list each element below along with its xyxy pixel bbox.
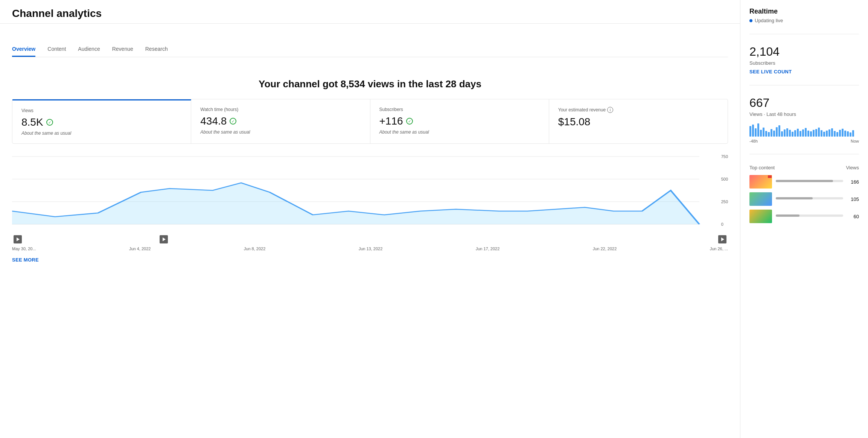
chart-svg — [12, 153, 728, 228]
chart-container: 750 500 250 0 — [12, 153, 728, 229]
page-wrapper: Channel analytics ADVANCED MODE May 30 –… — [0, 0, 868, 438]
chart-dates: May 30, 20... Jun 4, 2022 Jun 8, 2022 Ju… — [12, 246, 728, 251]
views-label: Views — [21, 108, 182, 113]
content-bar-wrapper-1 — [776, 180, 843, 184]
hero-section: Your channel got 8,534 views in the last… — [12, 66, 728, 99]
chart-date-5: Jun 17, 2022 — [476, 246, 500, 251]
watch-time-value: 434.8 ✓ — [200, 115, 361, 127]
content-thumbnail-1 — [749, 175, 772, 189]
content-views-2: 105 — [847, 196, 859, 202]
content-item-2[interactable]: 105 — [749, 192, 859, 206]
mini-bar — [773, 131, 775, 137]
y-label-250: 250 — [721, 199, 728, 204]
tab-audience[interactable]: Audience — [78, 41, 100, 57]
mini-bar — [789, 130, 791, 137]
content-views-1: 166 — [847, 179, 859, 185]
video-marker-1[interactable] — [14, 235, 22, 243]
mini-bar-chart — [749, 122, 859, 137]
mini-bar — [778, 125, 780, 137]
mini-bar — [781, 131, 783, 137]
mini-bar — [786, 128, 788, 137]
page-title: Channel analytics — [12, 8, 102, 20]
page-header: Channel analytics ADVANCED MODE — [0, 0, 868, 24]
video-marker-3[interactable] — [718, 235, 726, 243]
views-check-icon: ✓ — [46, 119, 53, 126]
chart-date-2: Jun 4, 2022 — [129, 246, 151, 251]
tab-revenue[interactable]: Revenue — [112, 41, 133, 57]
sidebar-views-count: 667 — [749, 96, 859, 110]
mini-bar — [847, 131, 849, 137]
metric-card-watch-time[interactable]: Watch time (hours) 434.8 ✓ About the sam… — [191, 99, 370, 143]
subscribers-section: 2,104 Subscribers SEE LIVE COUNT — [749, 45, 859, 85]
date-selector-row: May 30 – Jun 26, 2022 Last 28 days — [0, 24, 868, 41]
y-label-500: 500 — [721, 177, 728, 181]
content-bar-wrapper-3 — [776, 214, 843, 218]
mini-bar — [834, 131, 836, 137]
mini-bar — [797, 129, 799, 137]
content-item-3[interactable]: 60 — [749, 210, 859, 223]
mini-bar — [776, 127, 778, 137]
tab-overview[interactable]: Overview — [12, 41, 35, 57]
content-bar-fill-2 — [776, 197, 813, 199]
mini-chart-label-right: Now — [851, 139, 859, 143]
realtime-section: Realtime Updating live — [749, 8, 859, 34]
mini-bar — [821, 130, 822, 137]
mini-bar — [784, 129, 786, 137]
tab-content[interactable]: Content — [47, 41, 66, 57]
hero-text: Your channel got 8,534 views in the last… — [12, 78, 728, 90]
chart-date-6: Jun 22, 2022 — [593, 246, 617, 251]
y-axis-labels: 750 500 250 0 — [721, 153, 728, 228]
revenue-label: Your estimated revenue i — [558, 107, 719, 113]
mini-bar — [749, 126, 751, 137]
mini-bar — [844, 131, 846, 137]
video-marker-2[interactable] — [160, 235, 168, 243]
mini-bar — [768, 132, 770, 137]
mini-bar — [771, 129, 772, 137]
live-dot-icon — [749, 19, 752, 22]
mini-bar — [831, 128, 833, 137]
subscribers-value: +116 ✓ — [379, 115, 540, 127]
mini-bar — [842, 129, 844, 137]
top-content-label: Top content — [749, 165, 775, 170]
live-indicator: Updating live — [749, 18, 859, 23]
mini-bar — [810, 131, 812, 137]
views-note: About the same as usual — [21, 131, 182, 136]
realtime-title: Realtime — [749, 8, 859, 15]
content-bar-1 — [776, 180, 843, 182]
top-content-header: Top content Views — [749, 165, 859, 170]
see-more-link[interactable]: SEE MORE — [12, 257, 728, 263]
chart-date-4: Jun 13, 2022 — [359, 246, 383, 251]
sidebar-views-label: Views · Last 48 hours — [749, 111, 859, 117]
mini-bar — [755, 128, 757, 137]
revenue-value: $15.08 — [558, 116, 719, 128]
metric-card-subscribers[interactable]: Subscribers +116 ✓ About the same as usu… — [370, 99, 549, 143]
mini-bar — [799, 131, 801, 137]
tab-research[interactable]: Research — [145, 41, 168, 57]
views-section: 667 Views · Last 48 hours — [749, 96, 859, 154]
mini-bar — [765, 131, 767, 137]
subscribers-note: About the same as usual — [379, 129, 540, 135]
mini-bar — [752, 125, 754, 137]
watch-time-label: Watch time (hours) — [200, 107, 361, 112]
mini-bar — [828, 129, 830, 137]
y-label-750: 750 — [721, 154, 728, 159]
metric-cards: Views 8.5K ✓ About the same as usual Wat… — [12, 99, 728, 144]
content-bar-3 — [776, 214, 843, 217]
mini-bar — [760, 130, 762, 137]
see-live-count-link[interactable]: SEE LIVE COUNT — [749, 69, 859, 75]
mini-bar — [802, 129, 804, 137]
metric-card-views[interactable]: Views 8.5K ✓ About the same as usual — [12, 99, 191, 143]
content-bar-2 — [776, 197, 843, 199]
mini-bar — [852, 130, 854, 137]
content-views-3: 60 — [847, 214, 859, 219]
info-icon[interactable]: i — [607, 107, 613, 113]
chart-date-7: Jun 26, ... — [710, 246, 728, 251]
mini-bar — [815, 129, 817, 137]
views-value: 8.5K ✓ — [21, 116, 182, 128]
chart-date-3: Jun 8, 2022 — [244, 246, 266, 251]
mini-bar — [792, 132, 793, 137]
metric-card-revenue[interactable]: Your estimated revenue i $15.08 — [549, 99, 728, 143]
mini-bar — [794, 130, 796, 137]
mini-chart-labels: -48h Now — [749, 139, 859, 143]
content-item-1[interactable]: 166 — [749, 175, 859, 189]
